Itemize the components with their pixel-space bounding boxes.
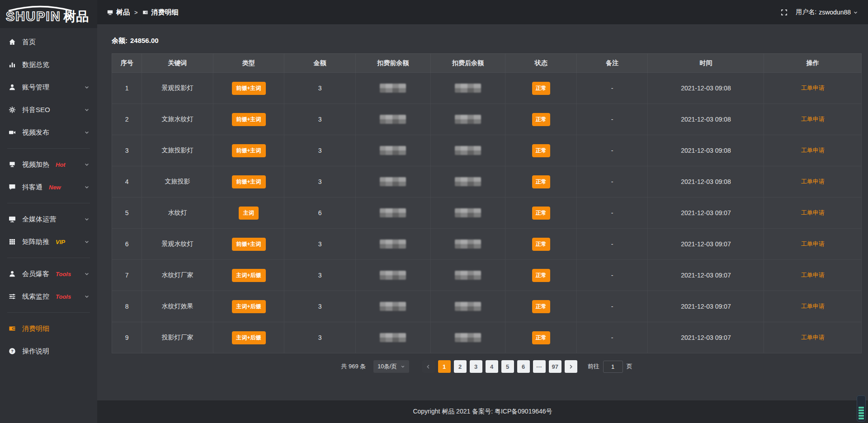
redacted-balance-after xyxy=(455,177,481,186)
type-badge: 前缀+主词 xyxy=(232,238,266,251)
sidebar-item-douketong[interactable]: 抖客通 New xyxy=(0,176,97,198)
goto-page: 前往 页 xyxy=(588,361,632,373)
breadcrumb: 树品 > 消费明细 xyxy=(107,8,179,17)
cell-amount: 3 xyxy=(284,229,356,260)
content: 余额:24856.00 序号 关键词 类型 金额 扣费前余额 扣费后余额 xyxy=(97,25,868,400)
redacted-balance-before xyxy=(380,302,406,311)
page-button-last[interactable]: 97 xyxy=(549,360,561,373)
work-order-link[interactable]: 工单申请 xyxy=(801,334,825,341)
widget-bar xyxy=(859,415,864,417)
vip-tag: VIP xyxy=(56,239,65,245)
cell-keyword: 投影灯厂家 xyxy=(142,322,213,353)
prev-page-button[interactable] xyxy=(422,360,435,373)
type-badge: 前缀+主词 xyxy=(232,144,266,157)
sidebar-item-label: 会员爆客 xyxy=(22,270,49,278)
floating-widget[interactable] xyxy=(857,395,866,422)
sidebar-item-member-burst[interactable]: 会员爆客 Tools xyxy=(0,263,97,285)
wallet-icon xyxy=(142,9,148,15)
table-row: 1 景观投影灯 前缀+主词 3 正常 - 2021-12-03 09:08 工单… xyxy=(112,73,862,104)
new-tag: New xyxy=(49,184,61,191)
col-status: 状态 xyxy=(505,54,577,73)
table-row: 4 文旅投影 前缀+主词 3 正常 - 2021-12-03 09:08 工单申… xyxy=(112,166,862,197)
goto-page-input[interactable] xyxy=(603,361,623,373)
screen-icon xyxy=(8,161,16,168)
status-badge: 正常 xyxy=(532,144,550,157)
sidebar-item-matrix-boost[interactable]: 矩阵助推 VIP xyxy=(0,230,97,253)
sidebar-divider xyxy=(7,258,90,258)
chevron-right-icon xyxy=(568,364,573,369)
breadcrumb-item-home[interactable]: 树品 xyxy=(116,8,130,17)
work-order-link[interactable]: 工单申请 xyxy=(801,209,825,216)
sidebar-item-douyin-seo[interactable]: 抖音SEO xyxy=(0,99,97,121)
sidebar-item-data-overview[interactable]: 数据总览 xyxy=(0,53,97,76)
redacted-balance-after xyxy=(455,271,481,280)
brand-logo[interactable]: SHUPIN 树品 xyxy=(0,0,97,28)
sidebar-item-video-heat[interactable]: 视频加热 Hot xyxy=(0,153,97,176)
page-button-3[interactable]: 3 xyxy=(470,360,482,373)
sidebar-item-label: 操作说明 xyxy=(22,347,49,356)
sidebar-item-consumption-detail[interactable]: 消费明细 xyxy=(0,317,97,340)
work-order-link[interactable]: 工单申请 xyxy=(801,85,825,91)
redacted-balance-before xyxy=(380,240,406,249)
username-value: zswodun88 xyxy=(819,9,851,16)
wallet-icon xyxy=(8,325,16,332)
col-keyword: 关键词 xyxy=(142,54,213,73)
user-menu[interactable]: 用户名: zswodun88 xyxy=(796,8,858,16)
sidebar-item-home[interactable]: 首页 xyxy=(0,31,97,53)
cell-keyword: 水纹灯效果 xyxy=(142,291,213,322)
cell-note: - xyxy=(576,73,648,104)
sidebar-item-lead-monitor[interactable]: 线索监控 Tools xyxy=(0,285,97,308)
page-button-6[interactable]: 6 xyxy=(517,360,530,373)
cell-amount: 3 xyxy=(284,104,356,135)
sidebar-item-account[interactable]: 账号管理 xyxy=(0,76,97,99)
cell-index: 9 xyxy=(112,322,142,353)
work-order-link[interactable]: 工单申请 xyxy=(801,272,825,278)
work-order-link[interactable]: 工单申请 xyxy=(801,116,825,122)
cell-amount: 3 xyxy=(284,166,356,197)
cell-note: - xyxy=(576,104,648,135)
main-area: 树品 > 消费明细 用户名: zswodun88 余额:24856.00 xyxy=(97,0,868,423)
pagination: 共 969 条 10条/页 1 2 3 4 5 6 ··· 97 前往 页 xyxy=(112,360,862,373)
chevron-down-icon xyxy=(84,107,90,113)
sidebar-divider xyxy=(7,203,90,203)
cell-time: 2021-12-03 09:07 xyxy=(648,291,764,322)
redacted-balance-before xyxy=(380,333,406,342)
sidebar-item-instructions[interactable]: ? 操作说明 xyxy=(0,340,97,362)
help-icon: ? xyxy=(8,348,16,355)
page-size-select[interactable]: 10条/页 xyxy=(373,360,409,373)
redacted-balance-before xyxy=(380,177,406,186)
cell-index: 2 xyxy=(112,104,142,135)
cell-index: 5 xyxy=(112,197,142,229)
work-order-link[interactable]: 工单申请 xyxy=(801,303,825,310)
work-order-link[interactable]: 工单申请 xyxy=(801,178,825,185)
chevron-down-icon xyxy=(84,184,90,190)
redacted-balance-before xyxy=(380,115,406,124)
cell-keyword: 景观投影灯 xyxy=(142,73,213,104)
work-order-link[interactable]: 工单申请 xyxy=(801,147,825,154)
redacted-balance-before xyxy=(380,208,406,217)
page-button-5[interactable]: 5 xyxy=(501,360,514,373)
next-page-button[interactable] xyxy=(565,360,577,373)
sidebar-item-video-publish[interactable]: 视频发布 xyxy=(0,121,97,144)
widget-bar xyxy=(859,409,864,411)
sidebar-item-label: 消费明细 xyxy=(22,324,49,333)
cell-note: - xyxy=(576,166,648,197)
cell-index: 7 xyxy=(112,260,142,291)
page-ellipsis-button[interactable]: ··· xyxy=(533,360,546,373)
chevron-down-icon xyxy=(401,364,405,369)
sidebar-item-all-media[interactable]: 全媒体运营 xyxy=(0,208,97,230)
status-badge: 正常 xyxy=(532,207,550,220)
grid-icon xyxy=(8,238,16,245)
page-button-1[interactable]: 1 xyxy=(438,360,451,373)
type-badge: 主词+后缀 xyxy=(232,269,266,282)
page-button-2[interactable]: 2 xyxy=(454,360,467,373)
app-window: SHUPIN 树品 首页 数据总览 账号管理 抖音SEO xyxy=(0,0,868,423)
redacted-balance-before xyxy=(380,84,406,93)
svg-text:?: ? xyxy=(11,348,14,353)
page-button-4[interactable]: 4 xyxy=(486,360,498,373)
col-action: 操作 xyxy=(764,54,862,73)
status-badge: 正常 xyxy=(532,331,550,344)
work-order-link[interactable]: 工单申请 xyxy=(801,240,825,247)
fullscreen-icon[interactable] xyxy=(781,9,788,16)
cell-time: 2021-12-03 09:07 xyxy=(648,260,764,291)
